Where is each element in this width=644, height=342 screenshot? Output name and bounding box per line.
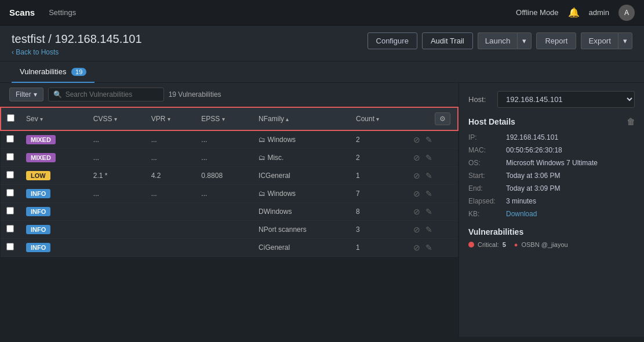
row-cvss: ... <box>88 130 145 149</box>
detail-key: KB: <box>468 210 506 218</box>
row-nfamily: NPort scanners <box>253 221 350 239</box>
row-checkbox[interactable] <box>6 243 14 250</box>
row-cvss <box>88 239 145 257</box>
detail-value: Today at 3:06 PM <box>506 172 560 180</box>
row-vpr: ... <box>145 149 196 167</box>
page-title: testfist / 192.168.145.101 <box>12 32 142 46</box>
row-checkbox-cell[interactable] <box>1 203 20 221</box>
row-checkbox[interactable] <box>6 171 14 179</box>
row-sev: INFO <box>20 203 88 221</box>
sev-sort-icon: ▾ <box>40 116 43 122</box>
header-actions: Configure Audit Trail Launch ▾ Report Ex… <box>368 32 632 49</box>
row-actions: ⊘ ✎ <box>407 203 458 221</box>
col-count[interactable]: Count ▾ <box>350 107 407 130</box>
row-checkbox[interactable] <box>6 153 14 161</box>
accept-icon[interactable]: ⊘ <box>413 135 420 144</box>
accept-icon[interactable]: ⊘ <box>413 153 420 162</box>
host-select[interactable]: 192.168.145.101 <box>497 91 635 108</box>
offline-mode-label: Offline Mode <box>516 8 558 17</box>
edit-icon[interactable]: ✎ <box>425 135 432 144</box>
edit-icon[interactable]: ✎ <box>425 243 432 252</box>
row-checkbox-cell[interactable] <box>1 167 20 185</box>
row-checkbox[interactable] <box>6 207 14 214</box>
accept-icon[interactable]: ⊘ <box>413 171 420 180</box>
tab-vulnerabilities[interactable]: Vulnerabilities 19 <box>12 61 94 83</box>
filter-button[interactable]: Filter ▾ <box>9 88 43 101</box>
row-sev: INFO <box>20 221 88 239</box>
select-all-checkbox[interactable] <box>7 114 14 122</box>
select-all-header[interactable] <box>1 107 20 130</box>
detail-value[interactable]: Download <box>506 210 537 218</box>
edit-icon[interactable]: ✎ <box>425 189 432 198</box>
launch-button[interactable]: Launch <box>478 32 518 49</box>
nfamily-value: Windows <box>267 136 296 144</box>
row-checkbox[interactable] <box>6 189 14 197</box>
col-vpr[interactable]: VPR ▾ <box>145 107 196 130</box>
back-to-hosts-link[interactable]: Back to Hosts <box>12 48 142 56</box>
col-sev[interactable]: Sev ▾ <box>20 107 88 130</box>
edit-icon[interactable]: ✎ <box>425 153 432 162</box>
row-count: 7 <box>350 185 407 203</box>
row-nfamily: ICGeneral <box>253 167 350 185</box>
nav-scans-link[interactable]: Scans <box>9 8 35 17</box>
accept-icon[interactable]: ⊘ <box>413 189 420 198</box>
accept-icon[interactable]: ⊘ <box>413 225 420 234</box>
row-actions: ⊘ ✎ <box>407 185 458 203</box>
severity-badge: MIXED <box>26 135 56 144</box>
table-row: MIXED ... ... ... 🗂 Windows 2 ⊘ ✎ <box>1 130 458 149</box>
nfamily-value: Windows <box>267 190 296 198</box>
top-nav: Scans Settings Offline Mode 🔔 admin A <box>0 0 644 26</box>
row-sev: MIXED <box>20 130 88 149</box>
edit-icon[interactable]: ✎ <box>425 225 432 234</box>
vulnerabilities-table: Sev ▾ CVSS ▾ VPR ▾ EPSS <box>0 107 459 257</box>
detail-row: Elapsed: 3 minutes <box>468 197 635 205</box>
edit-icon[interactable]: ✎ <box>425 207 432 216</box>
row-vpr <box>145 203 196 221</box>
row-epss: ... <box>195 130 253 149</box>
main-panel: Filter ▾ 🔍 19 Vulnerabilities Sev <box>0 83 459 337</box>
audit-trail-button[interactable]: Audit Trail <box>422 32 473 49</box>
accept-icon[interactable]: ⊘ <box>413 243 420 252</box>
severity-badge: INFO <box>26 243 50 252</box>
right-panel: Host: 192.168.145.101 Host Details 🗑 IP:… <box>459 83 644 337</box>
osbn-label: OSBN @_jiayou <box>521 241 567 248</box>
row-cvss: ... <box>88 149 145 167</box>
table-settings-button[interactable]: ⚙ <box>435 112 450 125</box>
export-button[interactable]: Export <box>581 32 618 49</box>
table-row: INFO ... ... ... 🗂 Windows 7 ⊘ ✎ <box>1 185 458 203</box>
row-checkbox-cell[interactable] <box>1 130 20 149</box>
row-checkbox-cell[interactable] <box>1 149 20 167</box>
nfamily-icon: 🗂 <box>259 154 265 162</box>
critical-count: 5 <box>503 241 506 248</box>
col-nfamily[interactable]: NFamily ▴ <box>253 107 350 130</box>
row-checkbox-cell[interactable] <box>1 221 20 239</box>
avatar[interactable]: A <box>618 5 635 21</box>
bell-icon[interactable]: 🔔 <box>568 7 580 18</box>
detail-value: 00:50:56:26:30:18 <box>506 146 562 154</box>
row-checkbox[interactable] <box>6 135 14 143</box>
configure-button[interactable]: Configure <box>368 32 417 49</box>
tabs-bar: Vulnerabilities 19 <box>0 61 644 83</box>
row-checkbox-cell[interactable] <box>1 239 20 257</box>
export-dropdown-button[interactable]: ▾ <box>618 32 632 49</box>
launch-button-group: Launch ▾ <box>478 32 532 49</box>
accept-icon[interactable]: ⊘ <box>413 207 420 216</box>
detail-row: KB: Download <box>468 210 635 218</box>
edit-icon[interactable]: ✎ <box>425 171 432 180</box>
row-nfamily: DWindows <box>253 203 350 221</box>
col-epss[interactable]: EPSS ▾ <box>195 107 253 130</box>
nfamily-value: NPort scanners <box>259 225 307 234</box>
detail-key: OS: <box>468 159 506 167</box>
launch-dropdown-button[interactable]: ▾ <box>517 32 532 49</box>
row-sev: MIXED <box>20 149 88 167</box>
row-checkbox-cell[interactable] <box>1 185 20 203</box>
trash-icon[interactable]: 🗑 <box>627 117 635 126</box>
nav-settings-link[interactable]: Settings <box>49 8 76 17</box>
row-cvss <box>88 203 145 221</box>
detail-key: IP: <box>468 133 506 141</box>
search-input[interactable] <box>66 90 152 99</box>
report-button[interactable]: Report <box>536 32 576 49</box>
row-checkbox[interactable] <box>6 225 14 232</box>
col-cvss[interactable]: CVSS ▾ <box>88 107 145 130</box>
search-box: 🔍 <box>48 88 164 101</box>
